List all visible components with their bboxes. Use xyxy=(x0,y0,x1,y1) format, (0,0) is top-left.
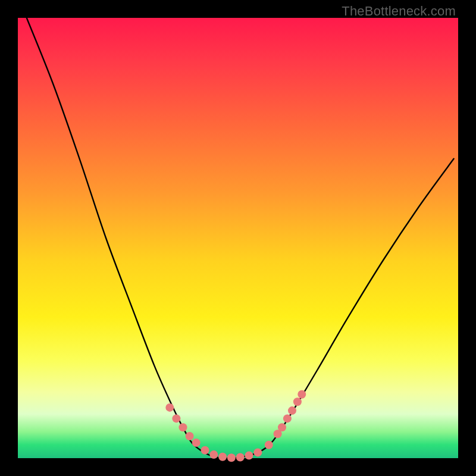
chart-frame xyxy=(18,18,458,458)
highlight-dot xyxy=(236,453,245,462)
highlight-dot xyxy=(288,406,296,415)
highlight-dot xyxy=(227,453,236,462)
highlight-dot xyxy=(265,441,273,449)
highlight-dot xyxy=(209,450,218,459)
highlight-dots-group xyxy=(165,390,306,462)
bottleneck-chart xyxy=(18,18,458,458)
highlight-dot xyxy=(283,414,292,422)
highlight-dot xyxy=(192,439,201,447)
highlight-dot xyxy=(298,390,306,399)
highlight-dot xyxy=(278,423,286,431)
highlight-dot xyxy=(293,397,302,406)
highlight-dot xyxy=(172,414,180,422)
highlight-dot xyxy=(165,403,174,412)
highlight-dot xyxy=(218,453,227,461)
watermark-text: TheBottleneck.com xyxy=(342,4,456,19)
highlight-dot xyxy=(201,446,209,455)
highlight-dot xyxy=(253,448,262,456)
highlight-dot xyxy=(245,452,253,460)
highlight-dot xyxy=(186,432,194,440)
highlight-dot xyxy=(179,423,187,431)
bottleneck-curve-path xyxy=(27,18,454,458)
